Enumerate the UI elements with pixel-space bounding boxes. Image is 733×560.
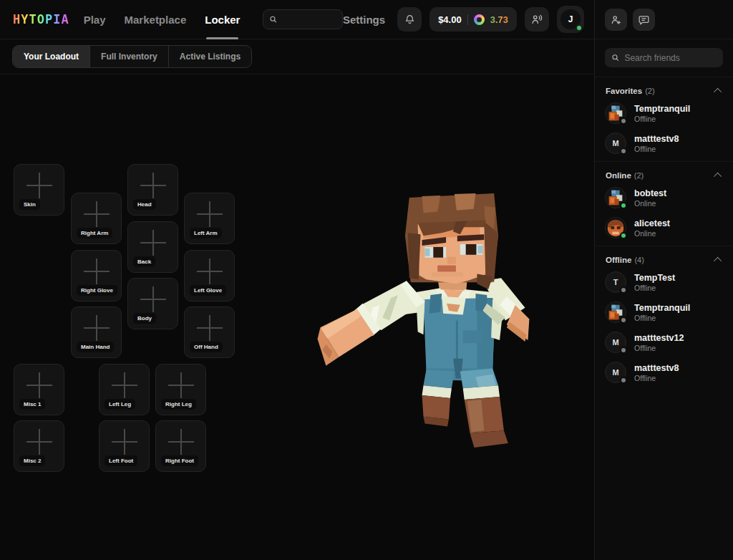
friends-sidebar: Favorites(2)TemptranquilOfflineMmatttest… [594,0,733,560]
friend-row[interactable]: Mmatttestv8Offline [595,128,733,158]
slot-label: Right Arm [77,228,112,238]
locker-content: SkinHeadRight ArmLeft ArmBackRight Glove… [0,75,594,560]
friend-avatar [605,187,626,208]
hytopia-logo[interactable]: HYTOPIA [13,12,69,26]
slot-back[interactable]: Back [127,221,178,273]
friend-row[interactable]: alicetestOnline [595,213,733,243]
section-title: Offline [606,256,631,264]
global-search-input[interactable] [282,14,336,25]
plus-icon [84,259,110,284]
nav-link-locker[interactable]: Locker [205,0,240,39]
friend-name: Temptranquil [634,104,690,114]
slot-misc-2[interactable]: Misc 2 [14,420,64,472]
plus-icon [140,230,166,256]
slot-label: Left Glove [190,285,226,296]
tab-full-inventory[interactable]: Full Inventory [90,46,169,67]
friend-avatar [605,301,626,323]
settings-link[interactable]: Settings [343,14,385,26]
chevron-up-icon[interactable] [714,88,722,96]
plus-icon [112,429,137,455]
user-status-dot [576,24,583,32]
add-friend-button[interactable] [605,9,627,31]
friend-row[interactable]: TemptranquilOffline [595,98,733,128]
friend-row[interactable]: TemptranquilOffline [595,297,733,327]
friend-row[interactable]: bobtestOnline [595,183,733,213]
sidebar-header [595,0,733,39]
friend-texts: TemptranquilOffline [634,303,690,322]
friend-row[interactable]: TTempTestOffline [595,267,733,297]
notifications-button[interactable] [397,7,422,32]
slot-left-glove[interactable]: Left Glove [184,250,235,301]
nav-link-play[interactable]: Play [84,0,106,39]
plus-icon [168,429,194,455]
user-avatar-button[interactable]: J [557,6,584,33]
friend-texts: matttestv8Offline [634,134,679,153]
friend-status-dot [620,347,627,354]
friend-status: Offline [634,145,679,153]
token-balance: 3.73 [490,14,508,25]
slot-right-glove[interactable]: Right Glove [71,250,122,301]
friend-status-dot [620,148,627,155]
slot-right-foot[interactable]: Right Foot [155,420,206,472]
friend-row[interactable]: Mmatttestv12Offline [595,327,733,357]
friend-status: Offline [634,314,690,322]
bell-icon [404,14,416,26]
chat-button[interactable] [633,9,655,31]
slot-off-hand[interactable]: Off Hand [184,306,235,358]
tab-your-loadout[interactable]: Your Loadout [13,46,90,67]
chat-icon [638,14,650,26]
slot-left-leg[interactable]: Left Leg [99,364,150,415]
plus-icon [197,201,223,227]
avatar-letter: M [612,368,618,377]
friend-avatar [605,102,626,124]
plus-icon [26,372,52,398]
slot-left-arm[interactable]: Left Arm [184,193,235,244]
plus-icon [197,315,223,341]
slot-label: Back [133,256,155,267]
plus-icon [26,173,52,198]
chevron-up-icon[interactable] [714,173,722,180]
friends-list: Favorites(2)TemptranquilOfflineMmatttest… [595,77,733,560]
friend-texts: alicetestOnline [634,218,670,238]
slot-head[interactable]: Head [127,164,178,216]
slot-label: Right Leg [161,399,196,410]
slot-label: Off Hand [190,342,223,352]
locker-tabbar: Your LoadoutFull InventoryActive Listing… [0,39,594,74]
wallet-balance[interactable]: $4.00 3.73 [429,7,517,32]
friends-search[interactable] [605,48,723,67]
slot-skin[interactable]: Skin [14,164,64,216]
slot-label: Right Glove [77,285,117,296]
locker-tabs: Your LoadoutFull InventoryActive Listing… [12,45,252,68]
section-header-online[interactable]: Online(2) [595,171,733,183]
friend-avatar: M [605,132,626,154]
slot-left-foot[interactable]: Left Foot [99,420,150,472]
nav-link-marketplace[interactable]: Marketplace [125,0,187,39]
friend-avatar [605,217,626,238]
slot-right-leg[interactable]: Right Leg [155,364,206,415]
friend-status: Offline [634,344,684,352]
friend-name: matttestv12 [634,333,684,343]
global-search[interactable] [263,9,343,29]
nav-links: PlayMarketplaceLocker [84,0,241,39]
friend-avatar: T [605,271,626,293]
slot-misc-1[interactable]: Misc 1 [14,364,64,415]
avatar-letter: T [613,278,618,286]
plus-icon [197,259,223,284]
section-header-offline[interactable]: Offline(4) [595,256,733,267]
character-model[interactable] [317,192,530,450]
tab-active-listings[interactable]: Active Listings [169,46,251,67]
chevron-up-icon[interactable] [714,257,722,265]
friends-section-favorites: Favorites(2)TemptranquilOfflineMmatttest… [595,77,733,162]
friend-name: Temptranquil [634,303,690,313]
friends-search-input[interactable] [624,53,717,63]
slot-right-arm[interactable]: Right Arm [71,193,122,244]
navbar-right: Settings $4.00 3.73 [343,6,584,33]
search-icon [269,14,277,24]
friend-texts: bobtestOnline [634,188,666,208]
social-button[interactable] [525,7,549,32]
slot-body[interactable]: Body [127,278,178,329]
section-header-favorites[interactable]: Favorites(2) [595,87,733,98]
slot-main-hand[interactable]: Main Hand [71,306,122,358]
friend-row[interactable]: Mmatttestv8Offline [595,357,733,387]
slot-label: Head [133,199,156,210]
